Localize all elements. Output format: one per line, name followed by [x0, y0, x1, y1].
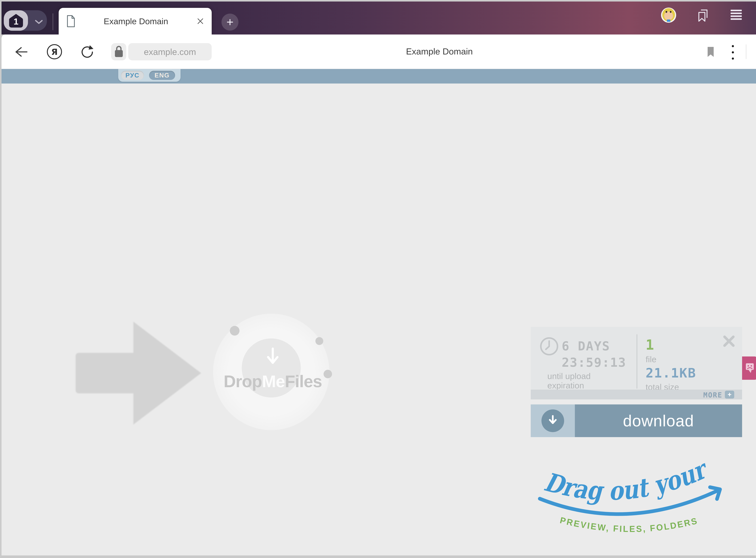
drag-subline-text: PREVIEW, FILES, FOLDERS — [559, 515, 699, 534]
avatar-bow — [667, 20, 670, 22]
avatar-face — [664, 11, 673, 20]
tab-group-icon[interactable]: 1 — [9, 13, 23, 28]
tab-close-icon[interactable] — [196, 18, 204, 25]
panel-close-icon[interactable] — [723, 335, 735, 348]
tab-count-label: 1 — [14, 17, 19, 26]
logo-satellite-dot — [230, 326, 240, 336]
logo-drop: Drop — [224, 372, 262, 391]
logo-files: Files — [285, 372, 322, 391]
file-count: 1 — [646, 337, 654, 353]
site-security-button[interactable] — [111, 43, 126, 60]
drop-arrow-graphic — [71, 315, 206, 431]
upload-info-panel: 6 DAYS 23:59:13 until upload expiration … — [531, 327, 742, 400]
page-content: РУС ENG DropMeFiles 6 DAYS 23:59:13 unti… — [1, 69, 756, 555]
drag-headline-text: Drag out your — [541, 453, 713, 506]
menu-icon[interactable] — [731, 10, 742, 21]
address-bar[interactable]: example.com — [128, 43, 212, 60]
panel-divider — [637, 334, 637, 388]
drag-out-annotation: Drag out your PREVIEW, FILES, FOLDERS — [522, 444, 742, 544]
tab-title: Example Domain — [80, 16, 192, 26]
back-button[interactable] — [14, 47, 28, 57]
avatar-eye — [666, 11, 667, 13]
toolbar: Я example.com Example Domain ! — [1, 34, 756, 69]
lang-eng-label: ENG — [155, 72, 170, 79]
avatar-eye — [670, 11, 672, 13]
download-circle — [541, 409, 564, 432]
chevron-down-icon[interactable] — [34, 19, 43, 25]
language-switcher: РУС ENG — [118, 69, 181, 82]
lang-rus-button[interactable]: РУС — [121, 71, 144, 80]
kebab-menu-icon[interactable] — [732, 45, 734, 64]
total-size-value: 21.1KB — [646, 365, 696, 381]
logo-me: Me — [262, 372, 285, 391]
new-tab-button[interactable]: + — [221, 14, 238, 30]
dropmefiles-logo: DropMeFiles — [197, 372, 348, 391]
page-top-bar — [1, 69, 756, 83]
expiration-days: 6 DAYS — [562, 339, 610, 353]
browser-tab[interactable]: Example Domain — [59, 8, 212, 34]
lang-rus-label: РУС — [126, 72, 140, 79]
refresh-button[interactable] — [80, 45, 94, 59]
plus-icon: + — [728, 391, 731, 398]
feedback-side-tab[interactable] — [742, 356, 756, 380]
sad-face-bubble-icon — [745, 362, 755, 375]
more-plus-button[interactable]: + — [725, 391, 734, 399]
tab-bar: 1 Example Domain + — [1, 1, 756, 34]
download-button-icon-cell[interactable] — [531, 404, 575, 437]
page-file-icon — [66, 15, 75, 27]
url-text: example.com — [144, 47, 196, 57]
expiration-countdown: 23:59:13 — [562, 355, 626, 370]
logo-download-arrow-icon — [266, 347, 279, 368]
yandex-logo-button[interactable]: Я — [47, 44, 62, 59]
collections-icon[interactable] — [697, 8, 709, 22]
more-button[interactable]: MORE — [703, 391, 723, 399]
file-count-label: file — [646, 354, 656, 364]
lang-eng-button[interactable]: ENG — [149, 71, 175, 80]
toolbar-divider — [746, 45, 746, 59]
download-button[interactable]: download — [531, 404, 742, 437]
bookmark-icon[interactable] — [706, 46, 715, 58]
panel-footer: MORE + — [531, 389, 742, 400]
clock-icon — [539, 336, 560, 357]
page-title: Example Domain — [363, 46, 516, 56]
logo-satellite-dot — [316, 337, 323, 345]
tabbar-separator — [53, 13, 53, 30]
user-avatar[interactable] — [661, 7, 676, 23]
yandex-letter: Я — [51, 47, 58, 57]
expiration-label: until upload expiration — [547, 372, 591, 390]
download-arrow-icon — [548, 414, 558, 427]
download-button-label[interactable]: download — [575, 404, 742, 437]
